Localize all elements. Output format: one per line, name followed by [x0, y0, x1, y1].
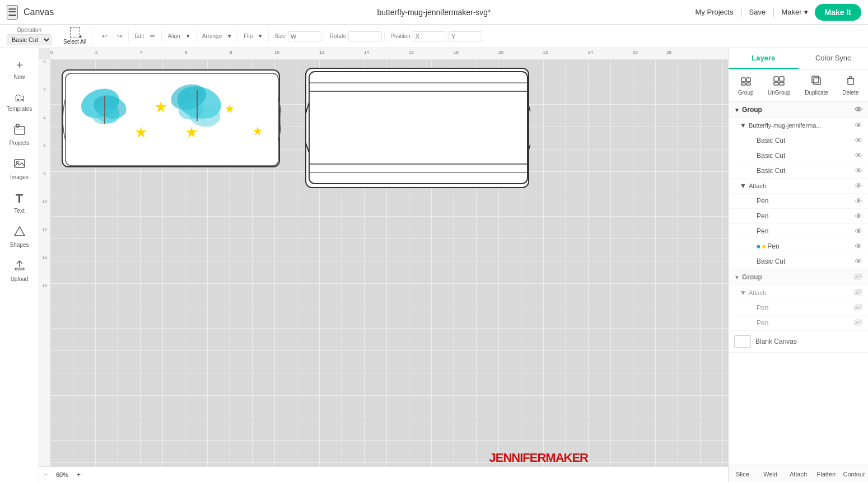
sidebar-item-upload[interactable]: Upload [3, 255, 36, 287]
align-button[interactable]: ▾ [183, 30, 194, 42]
tab-slice[interactable]: Slice [729, 465, 757, 482]
undo-button[interactable]: ↩ [98, 30, 111, 42]
redo-button[interactable]: ↪ [113, 30, 126, 42]
mug-outline-svg [306, 69, 530, 189]
jennifermaker-logo: JENNIFERMAKER [489, 451, 588, 465]
width-input[interactable] [288, 31, 321, 41]
y-input[interactable] [449, 31, 482, 41]
app-title: Canvas [24, 7, 54, 17]
images-icon [13, 157, 26, 172]
visibility-butterfly[interactable]: 👁 [855, 121, 862, 130]
visibility-attach2[interactable] [853, 288, 862, 297]
svg-rect-1 [15, 129, 25, 129]
tab-weld[interactable]: Weld [757, 465, 785, 482]
visibility-pen-6[interactable] [853, 319, 862, 327]
arrange-group: Arrange ▾ [200, 30, 239, 42]
layer-basic-cut-4[interactable]: Basic Cut 👁 [729, 254, 868, 269]
layer-group-2[interactable]: ▼ Group [729, 269, 868, 286]
layer-pen-6[interactable]: Pen [729, 316, 868, 331]
flip-button[interactable]: ▾ [255, 30, 266, 42]
sidebar-item-new[interactable]: ＋ New [3, 53, 36, 85]
chevron-attach1: ▼ [740, 182, 746, 190]
layer-pen-2[interactable]: Pen 👁 [729, 209, 868, 224]
layer-basic-cut-1[interactable]: Basic Cut 👁 [729, 133, 868, 148]
select-all-button[interactable]: Select All [60, 26, 90, 46]
visibility-basic-cut-3[interactable]: 👁 [855, 166, 862, 175]
mug-outline-card[interactable] [305, 68, 529, 188]
panel-actions: Group UnGroup Duplicate Delete [729, 69, 868, 102]
duplicate-action[interactable]: Duplicate [801, 73, 832, 98]
visibility-pen-4[interactable]: 👁 [855, 242, 862, 251]
tab-color-sync[interactable]: Color Sync [799, 48, 869, 69]
layer-pen-3[interactable]: Pen 👁 [729, 224, 868, 239]
project-name: butterfly-mug-jennifermaker-svg* [377, 8, 491, 17]
butterfly-design-card[interactable] [62, 69, 280, 167]
sidebar-item-templates[interactable]: 🗂 Templates [3, 87, 36, 116]
my-projects-button[interactable]: My Projects [696, 8, 734, 16]
maker-button[interactable]: Maker ▾ [781, 8, 808, 16]
sidebar-item-shapes[interactable]: Shapes [3, 221, 36, 252]
ungroup-action[interactable]: UnGroup [764, 73, 794, 98]
svg-rect-31 [746, 83, 750, 85]
sidebar-item-images[interactable]: Images [3, 153, 36, 185]
visibility-basic-cut-2[interactable]: 👁 [855, 151, 862, 160]
templates-icon: 🗂 [14, 91, 25, 104]
panel-tabs: Layers Color Sync [729, 48, 868, 69]
operation-label: Operation Basic Cut [7, 27, 52, 45]
visibility-pen-5[interactable] [853, 303, 862, 312]
visibility-group1[interactable]: 👁 [855, 105, 862, 114]
align-group: Align ▾ [165, 30, 196, 42]
edit-button[interactable]: ✏ [146, 30, 159, 42]
svg-rect-32 [774, 77, 778, 81]
zoom-in-button[interactable]: + [77, 471, 81, 479]
tab-contour[interactable]: Contour [840, 465, 868, 482]
visibility-basic-cut-1[interactable]: 👁 [855, 136, 862, 145]
layer-butterfly-group[interactable]: ▼ Butterfly-mug-jenniferma... 👁 [729, 118, 868, 133]
layer-attach-2[interactable]: ▼ Attach [729, 286, 868, 301]
layer-group-1[interactable]: ▼ Group 👁 [729, 102, 868, 118]
visibility-pen-1[interactable]: 👁 [855, 196, 862, 205]
svg-rect-37 [812, 76, 819, 83]
chevron-group1: ▼ [734, 107, 740, 113]
x-input[interactable] [413, 31, 446, 41]
delete-action[interactable]: Delete [839, 73, 862, 98]
group-action[interactable]: Group [735, 73, 757, 98]
rotate-label: Rotate [330, 33, 346, 39]
arrange-button[interactable]: ▾ [224, 30, 235, 42]
sidebar-item-projects[interactable]: Projects [3, 119, 36, 151]
layer-pen-1[interactable]: Pen 👁 [729, 194, 868, 209]
layer-attach-1[interactable]: ▼ Attach 👁 [729, 179, 868, 194]
tab-flatten[interactable]: Flatten [812, 465, 840, 482]
operation-select[interactable]: Basic Cut [7, 34, 52, 45]
svg-rect-30 [741, 83, 745, 85]
shapes-icon [13, 225, 26, 240]
layer-pen-4[interactable]: ■ ■ Pen 👁 [729, 239, 868, 254]
visibility-basic-cut-4[interactable]: 👁 [855, 257, 862, 266]
make-it-button[interactable]: Make It [815, 4, 861, 21]
visibility-group2[interactable] [853, 273, 862, 282]
toolbar-operation-group: Operation Basic Cut [4, 27, 54, 45]
main-layout: ＋ New 🗂 Templates Projects Images T Text [0, 48, 868, 482]
layer-basic-cut-3[interactable]: Basic Cut 👁 [729, 163, 868, 179]
visibility-pen-2[interactable]: 👁 [855, 212, 862, 221]
layer-pen-5[interactable]: Pen [729, 301, 868, 316]
layer-basic-cut-2[interactable]: Basic Cut 👁 [729, 148, 868, 163]
canvas-area[interactable]: 0 2 4 6 8 10 12 14 16 18 20 22 24 26 28 … [39, 48, 728, 482]
tab-layers[interactable]: Layers [729, 48, 799, 69]
visibility-attach1[interactable]: 👁 [855, 181, 862, 190]
rotate-group: Rotate [328, 31, 385, 41]
save-button[interactable]: Save [749, 8, 766, 16]
svg-rect-2 [16, 124, 19, 127]
svg-rect-23 [309, 72, 528, 184]
zoom-out-button[interactable]: − [44, 471, 48, 479]
new-icon: ＋ [14, 57, 25, 72]
svg-marker-18 [155, 101, 166, 113]
sidebar-item-text[interactable]: T Text [3, 187, 36, 218]
canvas-content[interactable] [50, 59, 728, 471]
right-panel: Layers Color Sync Group UnGroup [728, 48, 868, 482]
blank-canvas-item[interactable]: Blank Canvas [729, 331, 868, 353]
tab-attach[interactable]: Attach [785, 465, 813, 482]
rotate-input[interactable] [348, 31, 382, 41]
hamburger-menu[interactable]: ☰ [7, 5, 18, 20]
visibility-pen-3[interactable]: 👁 [855, 227, 862, 236]
